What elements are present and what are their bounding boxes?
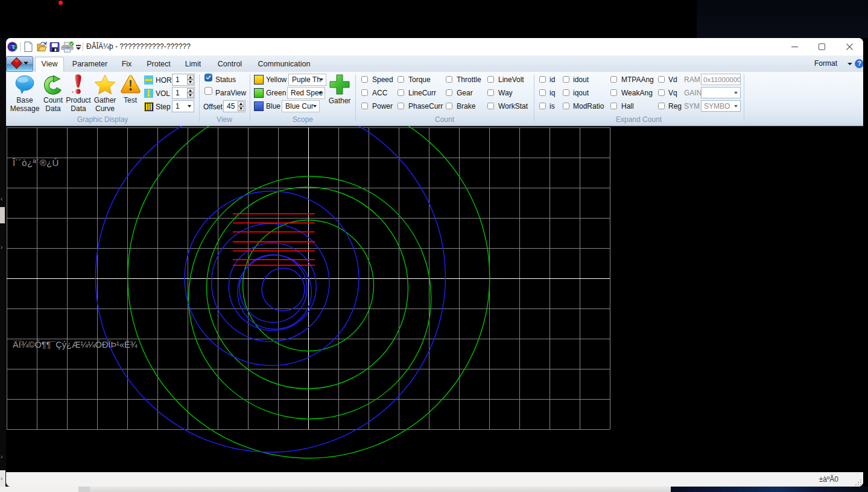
svg-text:ÄÏ¾©Ô¶¶¯Çý¿Æ¼¼ÓÐÏÞ¹«Ë¾: ÄÏ¾©Ô¶¶¯Çý¿Æ¼¼ÓÐÏÞ¹«Ë¾ — [13, 340, 138, 350]
svg-text:?: ? — [857, 60, 861, 67]
svg-text:C: C — [14, 45, 17, 51]
svg-text:Î´´ò¿ª´®¿Ú: Î´´ò¿ª´®¿Ú — [12, 158, 59, 168]
